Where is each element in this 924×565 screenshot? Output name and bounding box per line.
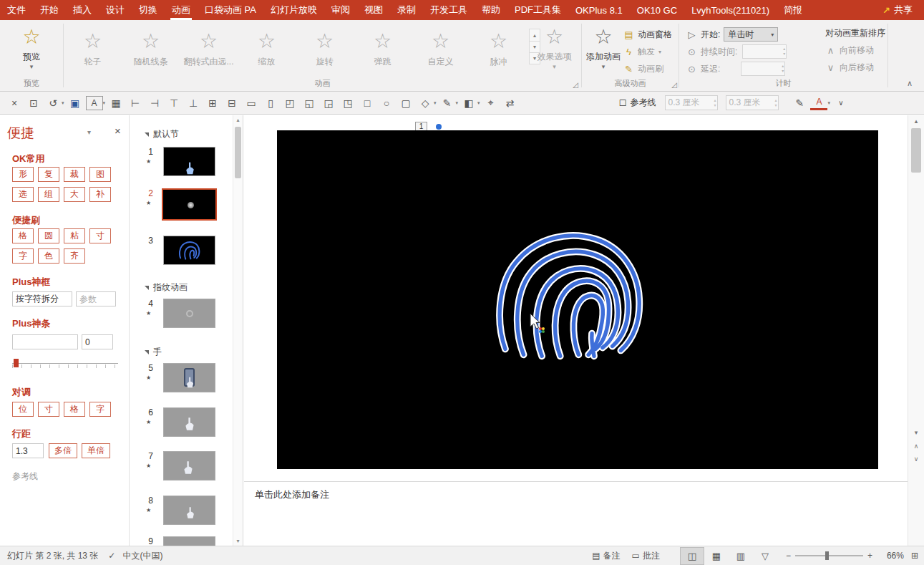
ungroup-shapes-icon[interactable]: ▯ xyxy=(262,95,279,112)
animation-effect-pulse[interactable]: ☆ 脉冲 xyxy=(470,27,527,68)
tab-design[interactable]: 设计 xyxy=(99,0,132,20)
tab-view[interactable]: 视图 xyxy=(357,0,390,20)
tab-lvyhtools[interactable]: LvyhTools(211021) xyxy=(684,0,777,20)
close-selection-icon[interactable]: × xyxy=(6,95,23,112)
button-align-brush[interactable]: 齐 xyxy=(64,248,85,264)
preview-button[interactable]: ☆ 预览 ▾ xyxy=(10,24,53,70)
normal-view-button[interactable]: ◫ xyxy=(680,547,704,565)
animation-endpoint-dot[interactable] xyxy=(436,124,442,130)
swap-size-icon[interactable]: ⇄ xyxy=(502,95,519,112)
undo-dropdown-icon[interactable]: ▾ xyxy=(62,100,64,106)
shape-more-dropdown-icon[interactable]: ▾ xyxy=(434,100,437,106)
insert-image-icon[interactable]: ▦ xyxy=(107,95,125,112)
animation-painter-button[interactable]: ✎ 动画刷 xyxy=(623,63,663,75)
delay-spinner-arrows[interactable]: ▴ ▾ xyxy=(782,62,784,75)
tab-pocket-animation[interactable]: 口袋动画 PA xyxy=(198,0,263,20)
scroll-down-icon[interactable]: ▾ xyxy=(908,429,924,436)
tab-animations[interactable]: 动画 xyxy=(165,0,198,20)
distribute-vertical-icon[interactable]: ⊟ xyxy=(223,95,240,112)
align-left-icon[interactable]: ⊢ xyxy=(127,95,144,112)
duration-spinner-arrows[interactable]: ▴ ▾ xyxy=(783,45,785,58)
guide-height-spinner[interactable]: 0.3 厘米 ▴ ▾ xyxy=(726,95,779,110)
reading-view-button[interactable]: ▥ xyxy=(729,547,753,565)
format-painter-icon[interactable]: ✎ xyxy=(791,95,808,112)
shape-rounded-rectangle-icon[interactable]: ▢ xyxy=(397,95,414,112)
thumb-scrollbar-thumb[interactable] xyxy=(235,127,241,178)
button-select[interactable]: 选 xyxy=(12,187,34,202)
animation-effect-bounce[interactable]: ☆ 弹跳 xyxy=(354,27,412,68)
fill-dropdown-icon[interactable]: ▾ xyxy=(477,100,480,106)
animation-dialog-launcher-icon[interactable]: ◿ xyxy=(573,81,578,89)
advanced-dialog-launcher-icon[interactable]: ◿ xyxy=(671,81,677,89)
slide-thumbnail-1[interactable] xyxy=(163,147,215,176)
position-icon[interactable]: ◳ xyxy=(339,95,356,112)
zoom-out-button[interactable]: − xyxy=(786,551,791,561)
button-swap-position[interactable]: 位 xyxy=(12,402,34,417)
tab-help[interactable]: 帮助 xyxy=(475,0,507,20)
editor-scrollbar[interactable]: ▴ ▾ ∧ ∨ xyxy=(908,115,924,546)
text-frame-icon[interactable]: A xyxy=(86,96,103,110)
text-frame-dropdown-icon[interactable]: ▾ xyxy=(103,100,106,106)
button-size-brush[interactable]: 寸 xyxy=(89,228,111,243)
button-font-brush[interactable]: 字 xyxy=(12,248,34,264)
tab-okplus[interactable]: OKPlus 8.1 xyxy=(568,0,630,20)
slide-thumbnail-9[interactable] xyxy=(163,536,215,546)
plus-bar-slider-track[interactable] xyxy=(12,363,118,364)
guide-width-spinner[interactable]: 0.3 厘米 ▴ ▾ xyxy=(665,95,718,110)
button-swap-format[interactable]: 格 xyxy=(64,402,85,417)
duration-spinner[interactable]: ▴ ▾ xyxy=(742,44,787,59)
slide-thumbnail-7[interactable] xyxy=(163,451,215,481)
tab-transitions[interactable]: 切换 xyxy=(132,0,165,20)
animation-effect-wheel[interactable]: ☆ 轮子 xyxy=(64,27,122,68)
swap-order-icon[interactable]: ◲ xyxy=(320,95,337,112)
button-swap-size[interactable]: 寸 xyxy=(38,402,59,417)
slide-thumbnail-5[interactable] xyxy=(163,363,215,392)
zoom-in-button[interactable]: + xyxy=(867,551,872,561)
slide-thumbnail-8[interactable] xyxy=(163,496,215,525)
button-multiple-spacing[interactable]: 多倍 xyxy=(49,443,77,458)
tab-developer[interactable]: 开发工具 xyxy=(423,0,475,20)
thumbnail-scrollbar[interactable]: ▴ ▾ xyxy=(233,115,243,546)
button-image[interactable]: 图 xyxy=(89,167,111,182)
button-group[interactable]: 组 xyxy=(38,187,59,202)
fill-color-icon[interactable]: ◧ xyxy=(460,95,477,112)
bring-to-front-icon[interactable]: ◰ xyxy=(281,95,298,112)
zoom-slider[interactable] xyxy=(795,551,863,561)
slide-thumbnail-3[interactable] xyxy=(163,236,215,265)
section-fingerprint-animation[interactable]: 指纹动画 xyxy=(145,281,188,294)
spell-check-icon[interactable]: ✓ xyxy=(108,551,115,561)
undo-icon[interactable]: ↺ xyxy=(44,95,62,112)
thumb-scroll-down-icon[interactable]: ▾ xyxy=(233,538,243,544)
crop-icon[interactable]: ⊡ xyxy=(25,95,42,112)
button-circle-brush[interactable]: 圆 xyxy=(38,228,59,243)
save-icon[interactable]: ▣ xyxy=(67,95,84,112)
shape-oval-icon[interactable]: ○ xyxy=(378,95,395,112)
group-shapes-icon[interactable]: ▭ xyxy=(243,95,260,112)
slide-counter[interactable]: 幻灯片 第 2 张, 共 13 张 xyxy=(7,550,98,562)
delay-spinner[interactable]: ▴ ▾ xyxy=(741,62,785,76)
tab-file[interactable]: 文件 xyxy=(0,0,33,20)
animation-effect-flip-far[interactable]: ☆ 翻转式由远... xyxy=(180,27,238,68)
plus-bar-slider-handle[interactable] xyxy=(14,359,19,367)
fit-to-window-button[interactable]: ⊞ xyxy=(911,551,918,561)
start-combo[interactable]: 单击时 ▾ xyxy=(724,27,778,42)
button-paste-brush[interactable]: 粘 xyxy=(64,228,85,243)
share-button[interactable]: ↗ 共享 xyxy=(871,0,924,20)
zoom-percentage[interactable]: 66% xyxy=(881,551,904,561)
button-color-brush[interactable]: 色 xyxy=(38,248,59,264)
animation-effect-zoom[interactable]: ☆ 缩放 xyxy=(238,27,296,68)
move-earlier-button[interactable]: ∧ 向前移动 xyxy=(825,44,874,57)
animation-effect-spin[interactable]: ☆ 旋转 xyxy=(296,27,354,68)
shape-rectangle-icon[interactable]: □ xyxy=(359,95,376,112)
font-color-dropdown-icon[interactable]: ▾ xyxy=(827,100,830,106)
button-large[interactable]: 大 xyxy=(64,187,85,202)
guides-checkbox[interactable]: ☐ 参考线 xyxy=(619,97,656,109)
button-single-spacing[interactable]: 单倍 xyxy=(82,443,110,458)
eyedropper-icon[interactable]: ⌖ xyxy=(482,95,500,112)
plus-bar-input[interactable] xyxy=(12,334,78,349)
tab-review[interactable]: 审阅 xyxy=(324,0,357,20)
add-animation-button[interactable]: ☆ 添加动画 ▾ xyxy=(586,24,621,70)
previous-slide-icon[interactable]: ∧ xyxy=(908,443,924,450)
button-grid-brush[interactable]: 格 xyxy=(12,228,34,243)
button-crop[interactable]: 裁 xyxy=(64,167,85,182)
